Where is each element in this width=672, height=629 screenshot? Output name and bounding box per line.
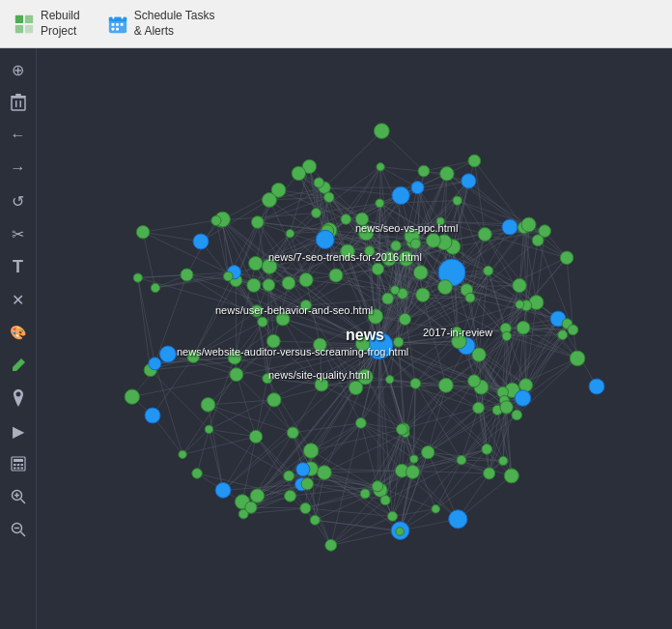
svg-point-1025: [478, 228, 491, 242]
svg-point-1019: [472, 348, 486, 361]
svg-point-1087: [449, 510, 467, 529]
schedule-icon: [107, 14, 128, 35]
svg-point-985: [258, 317, 267, 327]
svg-line-586: [305, 508, 330, 545]
svg-point-957: [341, 244, 355, 259]
svg-point-1009: [521, 217, 536, 232]
svg-point-1011: [287, 427, 298, 439]
svg-point-1060: [499, 456, 508, 465]
svg-point-981: [482, 444, 492, 455]
svg-line-202: [519, 227, 524, 285]
svg-point-1071: [149, 357, 161, 370]
delete-icon[interactable]: [5, 89, 32, 116]
svg-line-280: [365, 377, 414, 459]
svg-point-965: [368, 309, 382, 324]
svg-line-855: [311, 387, 355, 450]
svg-point-1043: [201, 398, 215, 413]
scissors-icon[interactable]: ✂: [5, 220, 32, 247]
svg-point-1018: [436, 217, 444, 225]
svg-rect-20: [14, 464, 16, 466]
svg-line-854: [267, 379, 311, 451]
svg-point-1024: [438, 378, 453, 392]
text-icon[interactable]: T: [5, 253, 32, 280]
svg-rect-17: [15, 94, 21, 96]
svg-point-1069: [500, 401, 513, 414]
svg-point-1055: [314, 178, 323, 187]
svg-point-1065: [372, 481, 382, 492]
svg-rect-5: [109, 16, 126, 21]
svg-point-976: [432, 505, 440, 514]
svg-point-998: [410, 239, 420, 248]
svg-point-1017: [324, 192, 334, 202]
svg-line-647: [182, 429, 209, 454]
schedule-tasks-button[interactable]: Schedule Tasks& Alerts: [101, 5, 221, 43]
svg-line-407: [193, 311, 257, 357]
svg-line-858: [423, 295, 507, 336]
svg-point-983: [570, 351, 585, 366]
svg-line-31: [20, 532, 25, 537]
svg-point-936: [589, 379, 604, 394]
svg-point-1014: [355, 213, 368, 225]
svg-point-994: [418, 165, 430, 177]
svg-point-1023: [341, 214, 351, 225]
svg-point-926: [329, 269, 343, 282]
svg-point-1010: [230, 368, 243, 382]
svg-line-554: [221, 213, 316, 220]
forward-icon[interactable]: →: [5, 155, 32, 182]
back-icon[interactable]: ←: [5, 122, 32, 149]
schedule-label: Schedule Tasks& Alerts: [134, 9, 215, 39]
undo-icon[interactable]: ↺: [5, 187, 32, 214]
svg-point-1007: [301, 478, 313, 490]
svg-point-1048: [457, 455, 466, 465]
svg-line-592: [237, 322, 263, 374]
svg-rect-13: [12, 98, 25, 110]
svg-point-962: [376, 199, 384, 208]
svg-point-1042: [386, 376, 394, 384]
svg-point-1036: [223, 272, 233, 281]
svg-point-1097: [159, 346, 176, 362]
rebuild-project-button[interactable]: RebuildProject: [8, 5, 86, 43]
svg-point-1045: [416, 288, 430, 301]
svg-point-1034: [151, 283, 159, 292]
svg-point-935: [193, 234, 209, 249]
graph-visualization[interactable]: news/seo-vs-ppc.html news/7-seo-trends-f…: [37, 48, 672, 629]
svg-line-147: [235, 357, 322, 385]
svg-point-1038: [358, 225, 373, 240]
cross-icon[interactable]: ✕: [5, 286, 32, 313]
svg-point-1035: [249, 430, 262, 443]
svg-line-93: [378, 346, 379, 486]
palette-icon[interactable]: 🎨: [5, 319, 32, 346]
svg-line-365: [324, 471, 402, 472]
svg-point-1083: [262, 192, 276, 207]
svg-rect-21: [16, 464, 19, 466]
svg-rect-23: [14, 468, 16, 470]
svg-point-991: [365, 246, 375, 256]
play-icon[interactable]: ▶: [5, 417, 32, 444]
svg-point-1039: [316, 230, 334, 248]
svg-point-1057: [310, 515, 320, 525]
svg-line-848: [197, 429, 209, 473]
svg-point-1068: [392, 186, 409, 204]
svg-point-1022: [360, 489, 370, 499]
svg-line-514: [236, 234, 290, 281]
add-icon[interactable]: ⊕: [5, 56, 32, 83]
svg-line-27: [20, 500, 25, 504]
svg-rect-8: [111, 23, 114, 26]
svg-point-975: [292, 166, 305, 180]
pin-icon[interactable]: [5, 385, 32, 412]
svg-point-1089: [484, 266, 493, 275]
svg-point-942: [422, 445, 434, 458]
left-sidebar: ⊕ ← → ↺ ✂ T ✕ 🎨 ▶: [0, 48, 37, 629]
svg-point-1037: [539, 225, 551, 238]
svg-line-751: [331, 530, 401, 545]
calculator-icon[interactable]: [5, 450, 32, 477]
zoom-in-icon[interactable]: [5, 483, 32, 510]
zoom-out-icon[interactable]: [5, 516, 32, 543]
svg-point-1078: [502, 331, 511, 340]
svg-point-992: [286, 229, 294, 238]
svg-point-982: [512, 410, 522, 420]
rebuild-label: RebuildProject: [41, 9, 80, 39]
edit-icon[interactable]: [5, 352, 32, 379]
svg-point-1046: [355, 337, 370, 352]
svg-point-1020: [215, 482, 231, 498]
